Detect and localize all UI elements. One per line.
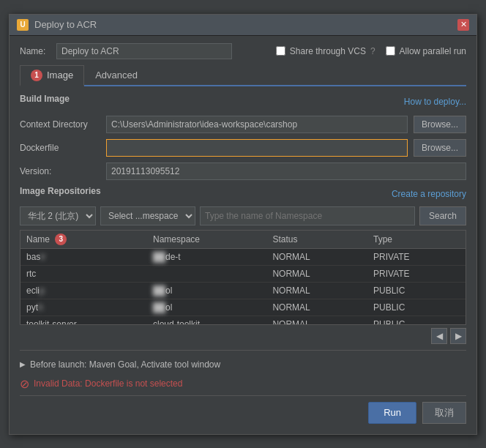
error-row: ⊘ Invalid Data: Dockerfile is not select… <box>20 373 466 395</box>
cell-name: toolkit-server <box>20 316 147 325</box>
footer-section: ▶ Before launch: Maven Goal, Activate to… <box>20 350 466 395</box>
title-bar: U Deploy to ACR ✕ <box>10 15 476 36</box>
cell-name: basir <box>20 248 147 265</box>
cell-name: rtc <box>20 265 147 282</box>
cell-status: NORMAL <box>266 316 367 325</box>
search-button[interactable]: Search <box>419 206 466 225</box>
share-vcs-checkbox[interactable] <box>276 46 285 56</box>
namespace-input[interactable] <box>200 206 415 225</box>
allow-parallel-checkbox[interactable] <box>386 46 395 56</box>
prev-page-button[interactable]: ◀ <box>431 328 447 344</box>
col-status: Status <box>266 231 367 249</box>
pagination-row: ◀ ▶ <box>20 328 466 344</box>
cancel-button[interactable]: 取消 <box>422 402 466 424</box>
cell-type: PRIVATE <box>367 265 466 282</box>
title-bar-left: U Deploy to ACR <box>17 19 97 31</box>
table-header-row: Name 3 Namespace Status Type <box>20 231 466 249</box>
share-vcs-row: Share through VCS ? <box>276 46 375 56</box>
name-label: Name: <box>20 46 49 56</box>
image-repos-section: Image Repositories Create a repository 华… <box>20 186 466 344</box>
repositories-table: Name 3 Namespace Status Type basir██de-t… <box>20 231 466 325</box>
context-directory-input[interactable] <box>106 116 408 133</box>
tab-image[interactable]: 1 Image <box>20 65 84 86</box>
table-row[interactable]: pyth██olNORMALPUBLIC <box>20 299 466 316</box>
cell-type: PUBLIC <box>367 299 466 316</box>
expand-icon: ▶ <box>20 360 26 368</box>
cell-type: PRIVATE <box>367 248 466 265</box>
error-message: Invalid Data: Dockerfile is not selected <box>34 378 182 389</box>
region-select[interactable]: 华北 2 (北京)华东 1 (杭州)华南 1 (深圳) <box>20 206 96 225</box>
dialog-title: Deploy to ACR <box>34 19 97 30</box>
dockerfile-input[interactable] <box>106 139 408 157</box>
version-label: Version: <box>20 166 100 176</box>
tab-image-badge: 1 <box>31 70 42 81</box>
context-directory-label: Context Directory <box>20 119 100 130</box>
name-row: Name: Share through VCS ? Allow parallel… <box>20 43 466 59</box>
cell-namespace: ██ol <box>147 299 266 316</box>
share-vcs-help-icon[interactable]: ? <box>370 46 375 56</box>
name-input[interactable] <box>56 43 232 59</box>
cell-type: PUBLIC <box>367 316 466 325</box>
table-row[interactable]: eclip██olNORMALPUBLIC <box>20 282 466 299</box>
table-row[interactable]: toolkit-servercloud-toolkitNORMALPUBLIC <box>20 316 466 325</box>
cell-type: PUBLIC <box>367 282 466 299</box>
run-button[interactable]: Run <box>368 402 416 424</box>
allow-parallel-row: Allow parallel run <box>386 46 466 56</box>
context-directory-row: Context Directory Browse... <box>20 116 466 133</box>
next-page-button[interactable]: ▶ <box>450 328 466 344</box>
cell-status: NORMAL <box>266 248 367 265</box>
cell-status: NORMAL <box>266 282 367 299</box>
context-directory-browse-button[interactable]: Browse... <box>414 116 466 133</box>
deploy-to-acr-dialog: U Deploy to ACR ✕ Name: Share through VC… <box>9 14 477 435</box>
table-row[interactable]: rtcNORMALPRIVATE <box>20 265 466 282</box>
tab-advanced-label: Advanced <box>95 70 138 81</box>
create-repo-link[interactable]: Create a repository <box>392 189 466 199</box>
col-type: Type <box>367 231 466 249</box>
dockerfile-row: Dockerfile Browse... <box>20 139 466 157</box>
build-image-section: Build Image How to deploy... Context Dir… <box>20 94 466 180</box>
table-row[interactable]: basir██de-tNORMALPRIVATE <box>20 248 466 265</box>
build-image-title: Build Image <box>20 94 70 104</box>
col-name: Name 3 <box>20 231 147 249</box>
repositories-table-container: Name 3 Namespace Status Type basir██de-t… <box>20 230 466 325</box>
before-launch-label: Before launch: Maven Goal, Activate tool… <box>30 359 220 370</box>
cell-namespace: ██de-t <box>147 248 266 265</box>
tab-advanced[interactable]: Advanced <box>84 65 149 84</box>
cell-status: NORMAL <box>266 265 367 282</box>
col-namespace: Namespace <box>147 231 266 249</box>
version-row: Version: <box>20 163 466 180</box>
cell-namespace: ██ol <box>147 282 266 299</box>
cell-name: eclip <box>20 282 147 299</box>
how-to-link[interactable]: How to deploy... <box>70 97 466 107</box>
build-image-header: Build Image How to deploy... <box>20 94 466 110</box>
app-icon: U <box>17 19 29 31</box>
cell-namespace <box>147 265 266 282</box>
image-repos-header: Image Repositories Create a repository <box>20 186 466 202</box>
dialog-body: Name: Share through VCS ? Allow parallel… <box>10 36 476 434</box>
action-row: Run 取消 <box>20 395 466 427</box>
dockerfile-label: Dockerfile <box>20 143 100 153</box>
cell-name: pyth <box>20 299 147 316</box>
cell-status: NORMAL <box>266 299 367 316</box>
tab-image-label: Image <box>47 70 73 81</box>
dockerfile-browse-button[interactable]: Browse... <box>414 139 466 157</box>
name-badge: 3 <box>55 234 67 245</box>
error-icon: ⊘ <box>20 377 29 391</box>
repo-controls: 华北 2 (北京)华东 1 (杭州)华南 1 (深圳) Select ...me… <box>20 206 466 225</box>
close-button[interactable]: ✕ <box>457 19 469 31</box>
share-vcs-label: Share through VCS <box>290 46 366 56</box>
image-repos-title: Image Repositories <box>20 186 101 196</box>
name-row-right: Share through VCS ? Allow parallel run <box>239 46 466 56</box>
tabs-row: 1 Image Advanced <box>20 65 466 86</box>
allow-parallel-label: Allow parallel run <box>400 46 466 56</box>
namespace-select[interactable]: Select ...mespace <box>100 206 195 225</box>
cell-namespace: cloud-toolkit <box>147 316 266 325</box>
before-launch-row[interactable]: ▶ Before launch: Maven Goal, Activate to… <box>20 356 466 373</box>
version-input[interactable] <box>106 163 466 180</box>
